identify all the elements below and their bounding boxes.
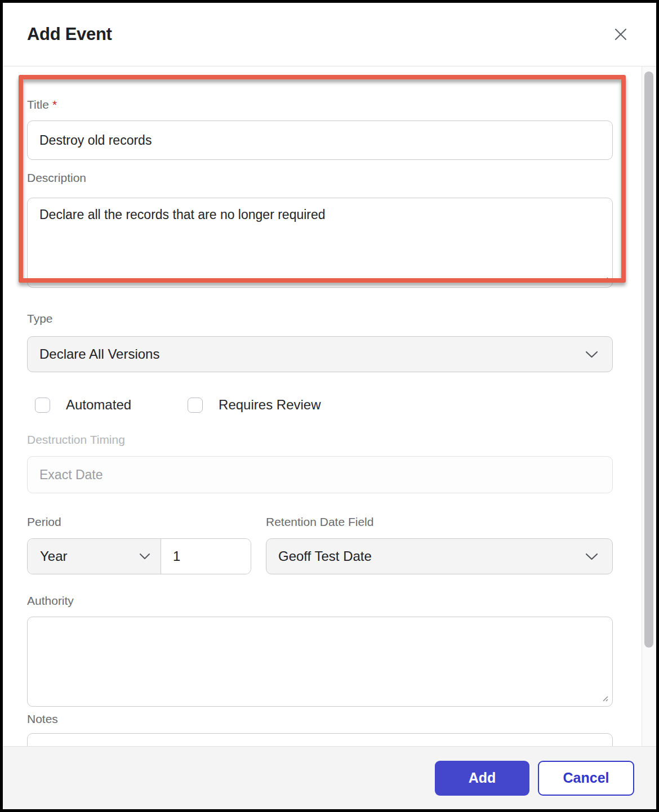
cancel-button[interactable]: Cancel <box>538 761 634 796</box>
required-asterisk: * <box>52 98 57 111</box>
dialog-header: Add Event <box>3 3 656 66</box>
chevron-down-icon <box>585 553 598 560</box>
automated-checkbox[interactable] <box>35 398 50 413</box>
requires-review-label[interactable]: Requires Review <box>219 397 320 413</box>
description-field-group: Description Declare all the records that… <box>27 171 613 288</box>
add-button[interactable]: Add <box>435 761 529 796</box>
retention-date-field-select[interactable]: Geoff Test Date <box>266 538 613 574</box>
title-field-group: Title* <box>27 97 613 160</box>
title-input[interactable] <box>27 121 613 160</box>
type-field-group: Type Declare All Versions <box>27 311 613 372</box>
add-event-dialog: Add Event Title* Description Declare <box>3 3 656 809</box>
period-unit-select[interactable]: Year <box>28 539 161 574</box>
description-label: Description <box>27 171 613 185</box>
period-field-group: Period Year <box>27 515 251 574</box>
type-selected-value: Declare All Versions <box>39 346 159 362</box>
form-content: Title* Description Declare all the recor… <box>3 66 642 746</box>
requires-review-checkbox[interactable] <box>188 398 203 413</box>
period-label: Period <box>27 515 251 529</box>
title-label: Title* <box>27 97 613 112</box>
chevron-down-icon <box>585 351 598 358</box>
checkbox-row: Automated Requires Review <box>27 397 613 413</box>
dialog-footer: Add Cancel <box>3 746 656 809</box>
authority-textarea[interactable] <box>27 617 613 707</box>
retention-date-selected-value: Geoff Test Date <box>278 548 372 564</box>
chevron-down-icon <box>139 553 150 560</box>
type-select[interactable]: Declare All Versions <box>27 336 613 372</box>
dialog-title: Add Event <box>27 24 112 44</box>
retention-date-field-group: Retention Date Field Geoff Test Date <box>266 515 613 574</box>
period-retention-row: Period Year Retention Date Field <box>27 515 613 574</box>
scrollbar-track[interactable] <box>642 66 656 746</box>
automated-label[interactable]: Automated <box>66 397 131 413</box>
type-label: Type <box>27 311 613 326</box>
period-unit-value: Year <box>40 548 68 564</box>
notes-field-group: Notes <box>27 712 613 746</box>
description-textarea[interactable]: Declare all the records that are no long… <box>27 198 613 288</box>
scrollbar-thumb[interactable] <box>644 72 653 648</box>
period-control-group: Year <box>27 538 251 574</box>
period-count-input[interactable] <box>161 539 251 574</box>
authority-field-group: Authority <box>27 594 613 707</box>
destruction-timing-field-group: Destruction Timing <box>27 432 613 493</box>
destruction-timing-label: Destruction Timing <box>27 432 613 447</box>
dialog-body: Title* Description Declare all the recor… <box>3 66 656 746</box>
notes-textarea[interactable] <box>27 733 613 746</box>
close-icon <box>612 26 629 43</box>
destruction-timing-input <box>27 456 613 493</box>
notes-label: Notes <box>27 712 613 726</box>
close-button[interactable] <box>610 24 631 45</box>
retention-date-field-label: Retention Date Field <box>266 515 613 529</box>
authority-label: Authority <box>27 594 613 608</box>
